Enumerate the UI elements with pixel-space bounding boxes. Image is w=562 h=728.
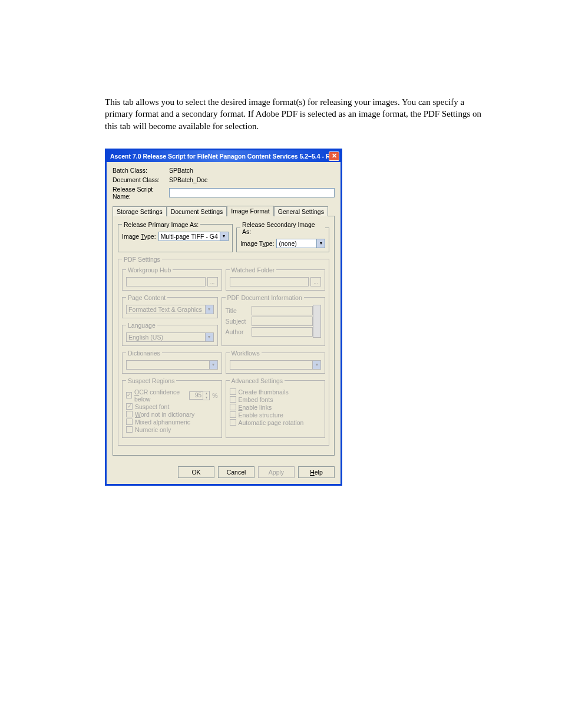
workflows-group: Workflows ▾ <box>226 350 326 374</box>
language-select: English (US) ▾ <box>126 332 214 342</box>
ok-button[interactable]: OK <box>178 466 214 478</box>
chevron-down-icon: ▾ <box>220 232 228 241</box>
workgroup-hub-group: Workgroup Hub ... <box>122 266 222 291</box>
docinfo-title-label: Title <box>226 307 249 314</box>
release-script-name-input[interactable] <box>169 188 335 197</box>
chevron-down-icon: ▾ <box>312 361 320 369</box>
language-group: Language English (US) ▾ <box>122 322 218 346</box>
auto-rotation-checkbox <box>230 419 236 426</box>
release-secondary-legend: Release Secondary Image As: <box>240 221 325 235</box>
cancel-button[interactable]: Cancel <box>218 466 254 478</box>
document-class-label: Document Class: <box>113 176 167 183</box>
ocr-confidence-checkbox: ✓ <box>126 392 132 398</box>
enable-links-checkbox <box>230 404 236 410</box>
page-content-select: Formatted Text & Graphics ▾ <box>126 305 214 314</box>
enable-structure-checkbox <box>230 411 236 418</box>
advanced-settings-group: Advanced Settings Create thumbnails Embe… <box>226 377 326 438</box>
watched-folder-input <box>230 277 309 286</box>
primary-image-type-label: Image Type: <box>122 233 156 240</box>
workflows-select: ▾ <box>230 360 322 370</box>
release-script-name-label: Release Script Name: <box>113 186 167 200</box>
help-button[interactable]: Help <box>298 466 335 478</box>
tab-document-settings[interactable]: Document Settings <box>167 206 227 216</box>
numeric-only-label: Numeric only <box>135 426 171 433</box>
mixed-alpha-checkbox <box>126 419 133 425</box>
suspect-regions-group: Suspect Regions ✓ OCR confidence below ▴… <box>122 377 222 438</box>
secondary-image-type-select[interactable]: (none) ▾ <box>276 239 325 248</box>
dictionaries-group: Dictionaries ▾ <box>122 350 222 374</box>
language-value: English (US) <box>127 334 205 341</box>
page-content-legend: Page Content <box>126 294 167 301</box>
create-thumbnails-checkbox <box>230 388 236 395</box>
secondary-image-type-label: Image Type: <box>240 240 275 247</box>
batch-class-value: SPBatch <box>169 167 335 174</box>
docinfo-title-input <box>252 306 313 315</box>
intro-paragraph: This tab allows you to select the desire… <box>105 96 491 132</box>
document-class-value: SPBatch_Doc <box>169 176 335 183</box>
dictionaries-legend: Dictionaries <box>126 350 162 357</box>
advanced-settings-legend: Advanced Settings <box>230 377 285 384</box>
workgroup-hub-input <box>126 277 206 286</box>
watched-folder-legend: Watched Folder <box>230 266 277 274</box>
watched-folder-browse-button: ... <box>310 277 321 286</box>
enable-links-label: Enable links <box>239 404 272 411</box>
language-legend: Language <box>126 322 157 329</box>
page-content-value: Formatted Text & Graphics <box>127 306 205 313</box>
pdf-document-info-group: PDF Document Information Title Subject <box>222 294 326 346</box>
batch-class-label: Batch Class: <box>113 167 167 174</box>
workflows-legend: Workflows <box>230 350 262 357</box>
dictionaries-select: ▾ <box>126 360 218 370</box>
enable-structure-label: Enable structure <box>239 411 283 419</box>
tab-image-format[interactable]: Image Format <box>227 206 273 216</box>
embed-fonts-checkbox <box>230 396 236 403</box>
pdf-document-info-legend: PDF Document Information <box>226 294 304 301</box>
chevron-down-icon: ▾ <box>205 333 213 341</box>
watched-folder-group: Watched Folder ... <box>226 266 326 291</box>
chevron-down-icon: ▾ <box>205 305 213 314</box>
page-content-group: Page Content Formatted Text & Graphics ▾ <box>122 294 218 318</box>
tab-strip: Storage Settings Document Settings Image… <box>113 205 335 216</box>
release-secondary-group: Release Secondary Image As: Image Type: … <box>236 221 329 252</box>
suspect-regions-legend: Suspect Regions <box>126 377 176 384</box>
workgroup-hub-legend: Workgroup Hub <box>126 266 173 274</box>
numeric-only-checkbox <box>126 426 133 433</box>
primary-image-type-select[interactable]: Multi-page TIFF - G4 ▾ <box>158 232 229 241</box>
tab-general-settings[interactable]: General Settings <box>274 206 328 216</box>
apply-button: Apply <box>258 466 295 478</box>
ocr-confidence-spinner: ▴▾ <box>189 391 210 400</box>
chevron-down-icon: ▾ <box>316 239 325 248</box>
mixed-alpha-label: Mixed alphanumeric <box>135 419 190 426</box>
docinfo-scrollbar <box>313 305 321 338</box>
release-primary-group: Release Primary Image As: Image Type: Mu… <box>118 221 233 252</box>
primary-image-type-value: Multi-page TIFF - G4 <box>159 233 220 240</box>
word-not-in-dict-label: Word not in dictionary <box>135 411 194 418</box>
docinfo-subject-label: Subject <box>226 318 249 325</box>
release-primary-legend: Release Primary Image As: <box>122 221 200 228</box>
close-icon[interactable]: ✕ <box>329 151 339 161</box>
create-thumbnails-label: Create thumbnails <box>239 388 289 396</box>
docinfo-author-label: Author <box>226 328 249 335</box>
docinfo-author-input <box>252 327 313 337</box>
ocr-confidence-label: OCR confidence below <box>134 388 184 403</box>
chevron-down-icon: ▾ <box>209 361 217 369</box>
ocr-confidence-unit: % <box>212 392 217 399</box>
pdf-settings-group: PDF Settings Workgroup Hub ... Watched F… <box>118 256 329 446</box>
image-format-panel: Release Primary Image As: Image Type: Mu… <box>113 216 335 456</box>
docinfo-subject-input <box>252 317 313 326</box>
window-title: Ascent 7.0 Release Script for FileNet Pa… <box>110 153 329 160</box>
suspect-font-checkbox: ✓ <box>126 403 133 410</box>
word-not-in-dict-checkbox <box>126 411 133 417</box>
auto-rotation-label: Automatic page rotation <box>239 419 304 426</box>
secondary-image-type-value: (none) <box>277 240 316 247</box>
titlebar: Ascent 7.0 Release Script for FileNet Pa… <box>107 150 340 162</box>
tab-storage-settings[interactable]: Storage Settings <box>113 206 167 216</box>
suspect-font-label: Suspect font <box>135 403 169 410</box>
image-format-dialog: Ascent 7.0 Release Script for FileNet Pa… <box>105 149 342 486</box>
workgroup-hub-browse-button: ... <box>207 277 218 286</box>
embed-fonts-label: Embed fonts <box>239 396 273 403</box>
pdf-settings-legend: PDF Settings <box>122 256 162 263</box>
